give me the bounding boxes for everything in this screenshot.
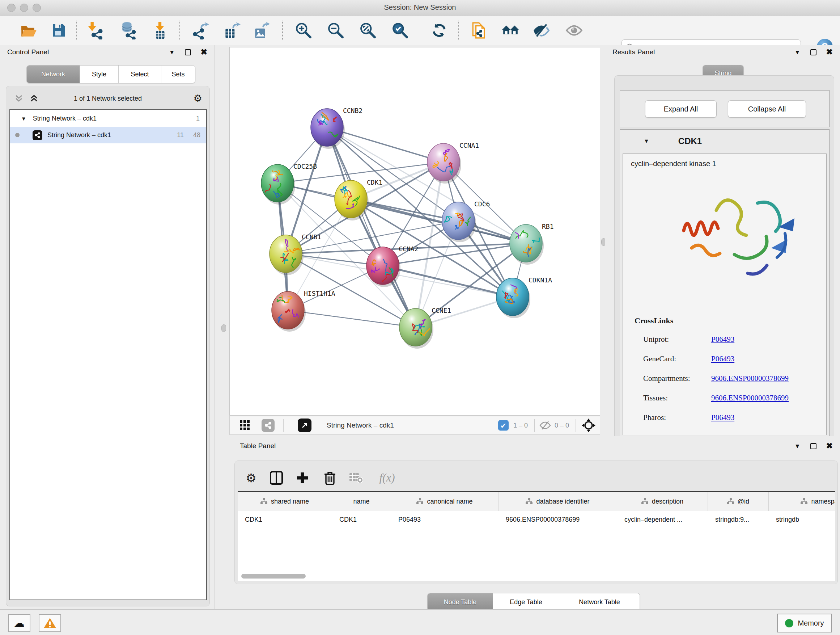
toolbar-separator [576, 419, 576, 432]
warnings-button[interactable] [39, 614, 61, 632]
network-node-count: 11 [177, 131, 184, 139]
table-cell[interactable]: CDK1 [332, 511, 391, 528]
tab-sets[interactable]: Sets [161, 65, 195, 83]
table-options-button[interactable]: ⚙ [243, 470, 259, 486]
toolbar-separator [283, 419, 284, 432]
gene-header[interactable]: ▼ CDK1 [620, 130, 829, 153]
float-panel-icon[interactable] [810, 49, 816, 55]
zoom-fit-icon [359, 21, 377, 40]
table-row[interactable]: CDK1CDK1P064939606.ENSP00000378699cyclin… [238, 511, 835, 528]
column-header-database-identifier[interactable]: database identifier [499, 492, 617, 511]
close-panel-icon[interactable]: ✖ [826, 442, 833, 450]
import-table-file-button[interactable] [150, 20, 170, 41]
save-session-button[interactable] [49, 20, 69, 41]
refresh-button[interactable] [429, 20, 449, 41]
crosslink-label: Uniprot: [643, 335, 669, 344]
column-header--id[interactable]: @id [708, 492, 769, 511]
network-row[interactable]: String Network – cdk1 11 48 [10, 127, 206, 143]
show-columns-button[interactable] [268, 470, 285, 486]
table-cell[interactable]: CDK1 [238, 511, 332, 528]
network-graph[interactable]: CCNB2CCNA1CDC25BCDK1CDC6RB1CCNB1CCNA2CDK… [230, 48, 600, 415]
tab-network[interactable]: Network [27, 65, 80, 83]
zoom-selected-icon [391, 21, 409, 40]
tab-select[interactable]: Select [118, 65, 161, 83]
network-canvas[interactable]: CCNB2CCNA1CDC25BCDK1CDC6RB1CCNB1CCNA2CDK… [229, 47, 600, 416]
float-panel-icon[interactable] [810, 443, 816, 449]
function-builder-button[interactable]: f(x) [374, 470, 401, 486]
collapse-all-button[interactable]: Collapse All [728, 100, 806, 118]
hidden-toggle-button[interactable] [539, 421, 551, 430]
close-panel-icon[interactable]: ✖ [826, 48, 833, 56]
network-collection-row[interactable]: ▼ String Network – cdk1 1 [10, 110, 206, 127]
import-network-icon [86, 21, 104, 40]
column-header-namespace[interactable]: namespace [769, 492, 835, 511]
crosslink-link[interactable]: 9606.ENSP00000378699 [711, 374, 789, 383]
import-network-file-button[interactable] [85, 20, 105, 41]
import-string-network-button[interactable] [470, 20, 490, 41]
add-column-button[interactable] [294, 470, 311, 486]
zoom-in-button[interactable] [294, 20, 314, 41]
crosslink-link[interactable]: P06493 [711, 335, 734, 344]
external-link-icon [298, 418, 311, 432]
window-title: Session: New Session [0, 3, 840, 11]
export-table-button[interactable] [221, 20, 242, 41]
crosslink-link[interactable]: P06493 [711, 355, 734, 363]
crosslink-row: Tissues:9606.ENSP00000378699 [643, 394, 824, 408]
memory-button[interactable]: Memory [777, 614, 832, 632]
results-panel-title: Results Panel [613, 48, 655, 56]
tab-style[interactable]: Style [80, 65, 118, 83]
table-cell[interactable]: cyclin–dependent ... [617, 511, 708, 528]
column-header-description[interactable]: description [617, 492, 708, 511]
collapse-arrow-icon[interactable]: ▼ [21, 116, 27, 122]
left-splitter-handle[interactable] [221, 325, 226, 332]
birds-eye-view-button[interactable] [240, 420, 252, 431]
show-all-button[interactable] [564, 20, 584, 41]
column-header-canonical-name[interactable]: canonical name [391, 492, 499, 511]
network-selection-summary: 1 of 1 Network selected [6, 95, 210, 103]
crosslinks-heading: CrossLinks [635, 316, 673, 325]
close-panel-icon[interactable]: ✖ [201, 48, 207, 56]
check-icon: ✔ [500, 421, 507, 430]
tab-network-table[interactable]: Network Table [559, 593, 639, 611]
database-network-icon [118, 21, 137, 40]
zoom-fit-button[interactable] [358, 20, 378, 41]
crosslink-link[interactable]: P06493 [711, 413, 734, 422]
import-network-database-button[interactable] [118, 20, 138, 41]
warning-icon [43, 617, 57, 629]
hide-selected-button[interactable] [531, 20, 551, 41]
delete-table-icon [349, 472, 363, 484]
collapse-arrow-icon[interactable]: ▼ [644, 138, 649, 144]
horizontal-scrollbar[interactable] [241, 574, 306, 578]
string-home-button[interactable] [500, 20, 521, 41]
zoom-selected-button[interactable] [390, 20, 410, 41]
collapse-panel-icon[interactable]: ▼ [794, 49, 801, 55]
toolbar-separator [282, 21, 283, 40]
column-header-shared-name[interactable]: shared name [238, 492, 332, 511]
cloud-status-button[interactable]: ☁ [8, 614, 30, 632]
network-type-icon [33, 130, 42, 140]
share-icon [262, 419, 275, 432]
collapse-panel-icon[interactable]: ▼ [794, 443, 801, 449]
tab-node-table[interactable]: Node Table [428, 593, 493, 611]
delete-table-button[interactable] [347, 470, 364, 486]
export-image-icon [252, 21, 270, 40]
expand-all-button[interactable]: Expand All [645, 100, 717, 118]
tab-edge-table[interactable]: Edge Table [493, 593, 559, 611]
collapse-panel-icon[interactable]: ▼ [169, 49, 175, 55]
selected-checkbox[interactable]: ✔ [498, 420, 508, 431]
export-network-button[interactable] [191, 20, 211, 41]
crosslink-link[interactable]: 9606.ENSP00000378699 [711, 394, 789, 402]
table-cell[interactable]: P06493 [391, 511, 499, 528]
network-share-button[interactable] [262, 419, 275, 432]
column-header-name[interactable]: name [332, 492, 391, 511]
table-cell[interactable]: 9606.ENSP00000378699 [499, 511, 617, 528]
export-image-button[interactable] [251, 20, 271, 41]
delete-column-button[interactable] [322, 470, 338, 486]
open-in-browser-button[interactable] [298, 418, 311, 432]
open-session-button[interactable] [19, 20, 39, 41]
fit-content-button[interactable] [581, 418, 596, 432]
table-cell[interactable]: stringdb:9... [708, 511, 769, 528]
float-panel-icon[interactable] [185, 49, 191, 55]
table-cell[interactable]: stringdb [769, 511, 835, 528]
zoom-out-button[interactable] [325, 20, 346, 41]
